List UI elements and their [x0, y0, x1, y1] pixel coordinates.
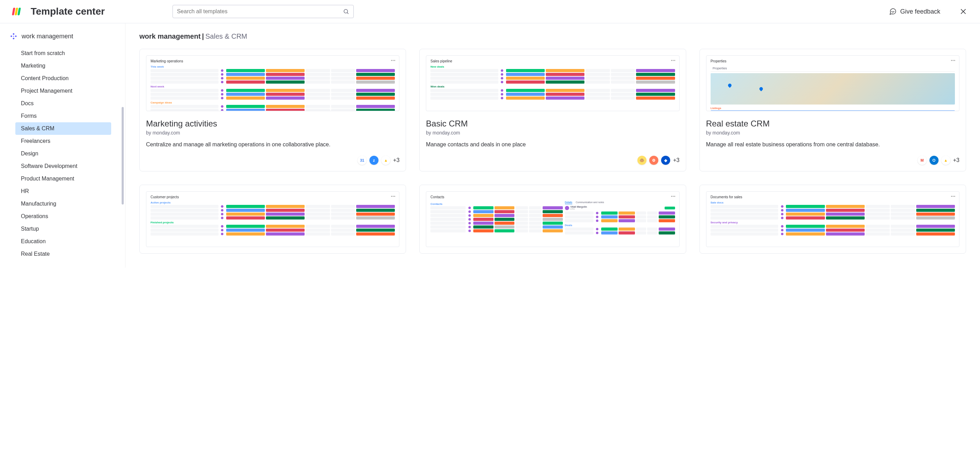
breadcrumb-section: work management [139, 32, 201, 40]
integration-icon: ▲ [381, 156, 390, 165]
card-title: Real estate CRM [706, 119, 959, 129]
integration-icon: ◆ [661, 156, 670, 165]
svg-point-7 [13, 38, 14, 40]
card-preview: Marketing operations•••This weekNext wee… [146, 56, 399, 111]
sidebar-item-freelancers[interactable]: Freelancers [15, 135, 111, 148]
card-integrations: 🐵⚙◆+3 [426, 149, 679, 165]
integration-icon: 31 [358, 156, 367, 165]
card-title: Basic CRM [426, 119, 679, 129]
svg-point-8 [13, 36, 14, 37]
card-description: Centralize and manage all marketing oper… [146, 140, 399, 149]
integration-icon: O [929, 156, 939, 165]
sidebar-item-content-production[interactable]: Content Production [15, 72, 111, 85]
svg-line-1 [347, 13, 348, 14]
integration-icon: z [369, 156, 379, 165]
svg-point-0 [344, 10, 348, 13]
sidebar-scrollbar[interactable] [122, 107, 124, 205]
card-preview: Contacts•••ContactsDetailsCommunication … [426, 191, 679, 247]
integration-more: +3 [673, 157, 679, 164]
card-author: by monday.com [146, 130, 399, 135]
card-integrations: MO▲+3 [706, 149, 959, 165]
sidebar-item-design[interactable]: Design [15, 148, 111, 160]
card-description: Manage all real estate business operatio… [706, 140, 959, 149]
template-card[interactable]: Marketing operations•••This weekNext wee… [139, 49, 406, 171]
sidebar-item-real-estate[interactable]: Real Estate [15, 248, 111, 260]
card-author: by monday.com [426, 130, 679, 135]
template-card[interactable]: Properties•••PropertiesListingsReal esta… [700, 49, 966, 171]
card-preview: Documents for sales•••Sale docsSecurity … [706, 191, 959, 247]
search-input[interactable] [177, 8, 343, 14]
feedback-icon [889, 8, 897, 15]
sidebar-item-manufacturing[interactable]: Manufacturing [15, 198, 111, 210]
svg-point-4 [13, 33, 14, 35]
integration-icon: ▲ [941, 156, 950, 165]
sidebar-item-start-from-scratch[interactable]: Start from scratch [15, 47, 111, 60]
sidebar-item-hr[interactable]: HR [15, 185, 111, 198]
card-preview: Customer projects•••Active projectsFinis… [146, 191, 399, 247]
card-author: by monday.com [706, 130, 959, 135]
close-button[interactable] [959, 7, 967, 16]
sidebar-item-education[interactable]: Education [15, 235, 111, 248]
give-feedback-button[interactable]: Give feedback [889, 8, 940, 15]
sidebar-item-software-development[interactable]: Software Development [15, 160, 111, 173]
monday-logo [13, 8, 20, 15]
template-card[interactable]: Contacts•••ContactsDetailsCommunication … [419, 185, 686, 254]
integration-icon: 🐵 [637, 156, 646, 165]
integration-more: +3 [953, 157, 959, 164]
card-title: Marketing activities [146, 119, 399, 129]
sidebar-item-operations[interactable]: Operations [15, 210, 111, 223]
integration-more: +3 [393, 157, 399, 164]
card-preview: Sales pipeline•••New dealsWon deals [426, 56, 679, 111]
integration-icon: M [918, 156, 927, 165]
template-card[interactable]: Sales pipeline•••New dealsWon dealsBasic… [419, 49, 686, 171]
svg-point-5 [10, 35, 12, 37]
breadcrumb: work management|Sales & CRM [139, 32, 966, 40]
integration-icon: ⚙ [649, 156, 658, 165]
template-card[interactable]: Documents for sales•••Sale docsSecurity … [700, 185, 966, 254]
feedback-label: Give feedback [900, 8, 940, 15]
close-icon [960, 8, 967, 15]
card-description: Manage contacts and deals in one place [426, 140, 679, 149]
page-title: Template center [31, 6, 105, 17]
card-integrations: 31z▲+3 [146, 149, 399, 165]
sidebar-item-product-management[interactable]: Product Management [15, 173, 111, 185]
template-card[interactable]: Customer projects•••Active projectsFinis… [139, 185, 406, 254]
card-preview: Properties•••PropertiesListings [706, 56, 959, 111]
work-management-icon [10, 32, 18, 40]
sidebar-item-forms[interactable]: Forms [15, 110, 111, 122]
sidebar-section-title: work management [22, 33, 73, 40]
sidebar-item-marketing[interactable]: Marketing [15, 60, 111, 72]
sidebar-item-sales-crm[interactable]: Sales & CRM [15, 122, 111, 135]
search-box[interactable] [172, 5, 354, 18]
sidebar-item-project-management[interactable]: Project Management [15, 85, 111, 97]
sidebar-item-startup[interactable]: Startup [15, 223, 111, 235]
sidebar-item-docs[interactable]: Docs [15, 97, 111, 110]
svg-point-6 [15, 35, 17, 37]
breadcrumb-category: Sales & CRM [205, 32, 247, 40]
search-icon [343, 8, 349, 14]
